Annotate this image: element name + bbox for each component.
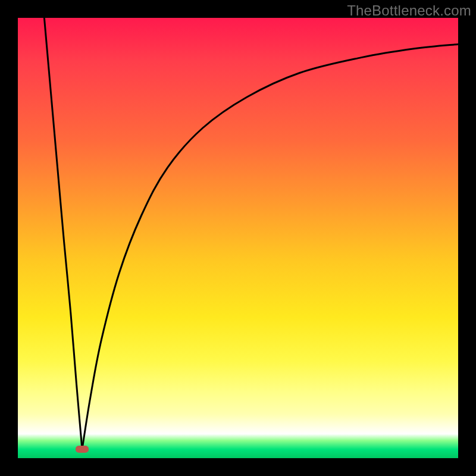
curve-right [82,44,458,449]
plot-area [18,18,458,458]
watermark-text: TheBottleneck.com [347,2,471,19]
outer-frame: TheBottleneck.com [0,0,476,476]
bottleneck-marker [76,446,89,453]
curve-layer [18,18,458,458]
curve-left [44,18,82,449]
